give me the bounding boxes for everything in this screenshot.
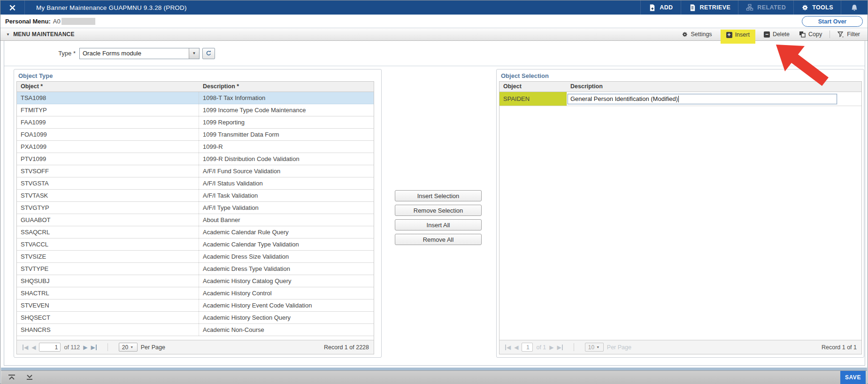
description-cell[interactable]: Academic History Catalog Query	[199, 275, 374, 287]
description-cell[interactable]: 1099-R	[199, 141, 374, 153]
table-row[interactable]: SHQSECTAcademic History Section Query	[17, 312, 374, 324]
type-dropdown[interactable]: Oracle Forms module ▼	[79, 48, 200, 59]
related-button[interactable]: RELATED	[738, 0, 793, 15]
table-row[interactable]: STVEVENAcademic History Event Code Valid…	[17, 300, 374, 312]
filter-button[interactable]: Filter	[833, 29, 865, 39]
tools-button[interactable]: TOOLS	[793, 0, 841, 15]
toggle-panel-button[interactable]	[5, 372, 19, 383]
insert-button[interactable]: + Insert	[726, 31, 750, 38]
column-header-object[interactable]: Object *	[17, 82, 199, 92]
per-page-select[interactable]: 20 ▼	[119, 343, 138, 352]
table-row[interactable]: STVTASKA/F/I Task Validation	[17, 190, 374, 202]
table-row[interactable]: STVACCLAcademic Calendar Type Validation	[17, 238, 374, 251]
object-cell[interactable]: SHQSUBJ	[17, 275, 199, 287]
object-cell[interactable]: TSA1098	[17, 92, 199, 104]
save-button[interactable]: SAVE	[840, 371, 866, 384]
description-cell[interactable]: 1099 Transmitter Data Form	[199, 129, 374, 140]
object-cell[interactable]: SHANCRS	[17, 324, 199, 336]
description-cell[interactable]: 1099-R Distribution Code Validation	[199, 153, 374, 165]
description-cell[interactable]: A/F/I Fund Source Validation	[199, 165, 374, 177]
dropdown-caret-icon[interactable]: ▼	[189, 48, 199, 59]
refresh-button[interactable]	[202, 48, 215, 59]
description-cell[interactable]: A/F/I Status Validation	[199, 177, 374, 189]
table-row[interactable]: PXA10991099-R	[17, 141, 374, 153]
table-row[interactable]: SHANCRSAcademic Non-Course	[17, 324, 374, 336]
column-header-object[interactable]: Object	[499, 82, 567, 92]
object-cell[interactable]: GUAABOT	[17, 214, 199, 226]
table-row[interactable]: STVSOFFA/F/I Fund Source Validation	[17, 165, 374, 177]
remove-selection-button[interactable]: Remove Selection	[395, 205, 482, 216]
next-page-button[interactable]: ▶	[83, 345, 87, 350]
description-cell[interactable]: 1099 Income Type Code Maintenance	[199, 104, 374, 116]
object-cell[interactable]: FOA1099	[17, 129, 199, 140]
object-cell[interactable]: PTV1099	[17, 153, 199, 165]
last-page-button[interactable]: ▶	[91, 345, 97, 350]
description-cell[interactable]: 1099 Reporting	[199, 116, 374, 128]
table-row[interactable]: SHACTRLAcademic History Control	[17, 287, 374, 300]
page-number-input[interactable]	[522, 343, 533, 352]
column-header-description[interactable]: Description	[567, 82, 861, 92]
description-cell[interactable]: Academic History Section Query	[199, 312, 374, 323]
close-button[interactable]	[0, 0, 25, 15]
last-page-button[interactable]: ▶	[557, 345, 563, 350]
object-cell[interactable]: STVSIZE	[17, 251, 199, 262]
section-header[interactable]: ▼ MENU MAINTENANCE	[6, 31, 75, 38]
copy-button[interactable]: Copy	[794, 29, 827, 39]
description-cell[interactable]: Academic Calendar Rule Query	[199, 226, 374, 238]
first-page-button[interactable]: ◀	[505, 345, 511, 350]
expand-section-button[interactable]	[23, 372, 37, 383]
remove-all-button[interactable]: Remove All	[395, 234, 482, 245]
object-cell[interactable]: SHQSECT	[17, 312, 199, 323]
description-cell[interactable]: Academic Non-Course	[199, 324, 374, 336]
table-row[interactable]: FAA10991099 Reporting	[17, 116, 374, 129]
description-cell[interactable]: Academic Calendar Type Validation	[199, 238, 374, 250]
table-row[interactable]: FOA10991099 Transmitter Data Form	[17, 129, 374, 141]
description-input[interactable]: General Person Identification (Modified)	[568, 94, 837, 104]
description-cell[interactable]: Academic History Event Code Validation	[199, 300, 374, 311]
object-cell[interactable]: FAA1099	[17, 116, 199, 128]
per-page-select[interactable]: 10 ▼	[585, 343, 604, 352]
previous-page-button[interactable]: ◀	[31, 345, 36, 350]
object-cell[interactable]: STVGSTA	[17, 177, 199, 189]
add-button[interactable]: ADD	[640, 0, 680, 15]
object-cell[interactable]: STVEVEN	[17, 300, 199, 311]
retrieve-button[interactable]: RETRIEVE	[681, 0, 738, 15]
object-cell[interactable]: STVSOFF	[17, 165, 199, 177]
description-cell[interactable]: A/F/I Type Validation	[199, 202, 374, 214]
insert-selection-button[interactable]: Insert Selection	[395, 190, 482, 201]
table-row[interactable]: STVTYPEAcademic Dress Type Validation	[17, 263, 374, 275]
table-row[interactable]: STVGSTAA/F/I Status Validation	[17, 177, 374, 190]
start-over-button[interactable]: Start Over	[802, 16, 863, 27]
insert-all-button[interactable]: Insert All	[395, 219, 482, 230]
settings-button[interactable]: Settings	[677, 29, 716, 39]
description-cell[interactable]: 1098-T Tax Information	[199, 92, 374, 104]
delete-button[interactable]: − Delete	[759, 29, 794, 39]
description-cell[interactable]: A/F/I Task Validation	[199, 190, 374, 201]
page-number-input[interactable]	[39, 343, 61, 352]
selected-object-row[interactable]: SPAIDEN General Person Identification (M…	[499, 92, 861, 106]
table-row[interactable]: STVGTYPA/F/I Type Validation	[17, 202, 374, 214]
object-cell[interactable]: FTMITYP	[17, 104, 199, 116]
column-header-description[interactable]: Description *	[199, 82, 374, 92]
table-row[interactable]: STVSIZEAcademic Dress Size Validation	[17, 251, 374, 263]
next-page-button[interactable]: ▶	[549, 345, 553, 350]
notifications-button[interactable]	[841, 0, 868, 15]
first-page-button[interactable]: ◀	[23, 345, 28, 350]
object-cell[interactable]: STVACCL	[17, 238, 199, 250]
description-cell[interactable]: Academic Dress Size Validation	[199, 251, 374, 262]
previous-page-button[interactable]: ◀	[514, 345, 518, 350]
object-cell[interactable]: PXA1099	[17, 141, 199, 153]
description-cell[interactable]: About Banner	[199, 214, 374, 226]
object-cell[interactable]: SSAQCRL	[17, 226, 199, 238]
object-cell[interactable]: STVTYPE	[17, 263, 199, 275]
object-cell[interactable]: STVTASK	[17, 190, 199, 201]
table-row[interactable]: TSA10981098-T Tax Information	[17, 92, 374, 104]
table-row[interactable]: FTMITYP1099 Income Type Code Maintenance	[17, 104, 374, 116]
table-row[interactable]: GUAABOTAbout Banner	[17, 214, 374, 226]
table-row[interactable]: PTV10991099-R Distribution Code Validati…	[17, 153, 374, 165]
table-row[interactable]: SSAQCRLAcademic Calendar Rule Query	[17, 226, 374, 238]
object-cell-highlighted[interactable]: SPAIDEN	[499, 92, 567, 106]
description-cell[interactable]: Academic History Control	[199, 287, 374, 299]
description-cell[interactable]: Academic Dress Type Validation	[199, 263, 374, 275]
table-row[interactable]: SHQSUBJAcademic History Catalog Query	[17, 275, 374, 287]
